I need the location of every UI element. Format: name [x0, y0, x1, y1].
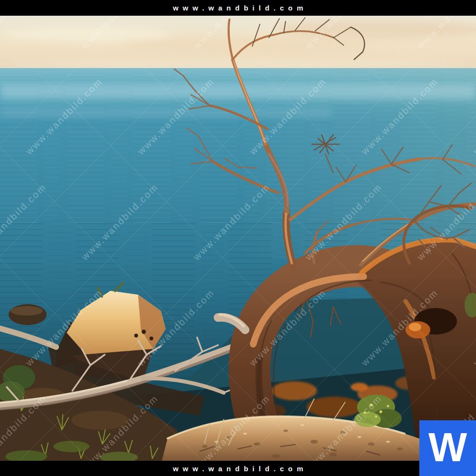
bottom-watermark-text: www.wandbild.com	[169, 465, 307, 473]
top-watermark-text: www.wandbild.com	[169, 4, 307, 12]
scene-illustration	[0, 16, 476, 461]
brand-logo-badge: W	[419, 420, 476, 476]
top-watermark-bar: www.wandbild.com	[0, 0, 476, 16]
sky	[0, 16, 476, 73]
photo-area: www.wandbild.comwww.wandbild.comwww.wand…	[0, 16, 476, 461]
bottom-watermark-bar: www.wandbild.com	[0, 461, 476, 476]
brand-logo-letter: W	[428, 426, 467, 467]
watermarked-product-photo: www.wandbild.com	[0, 0, 476, 476]
